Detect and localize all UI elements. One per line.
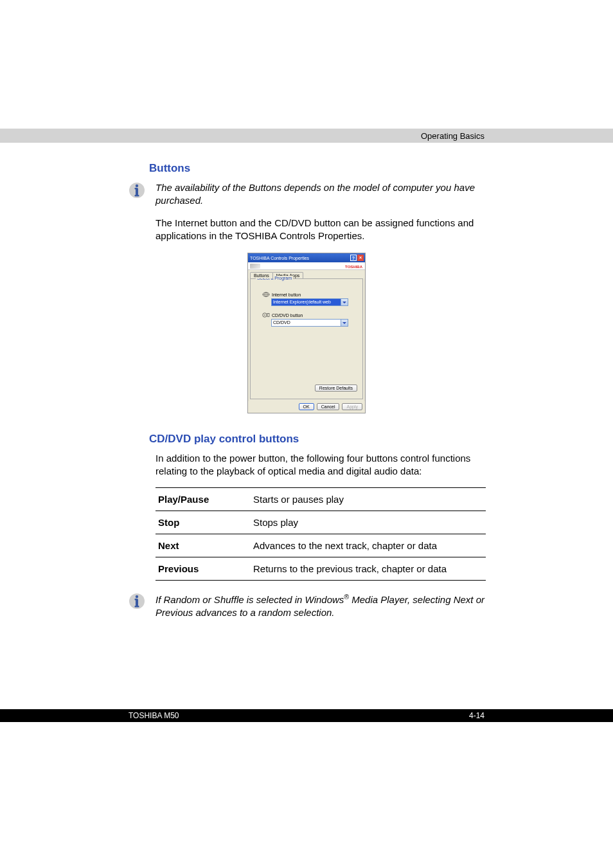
svg-rect-4 bbox=[135, 188, 138, 190]
page-footer: TOSHIBA M50 4-14 bbox=[0, 709, 613, 722]
table-row: Next Advances to the next track, chapter… bbox=[155, 534, 486, 557]
svg-rect-3 bbox=[135, 195, 139, 197]
button-desc: Returns to the previous track, chapter o… bbox=[251, 557, 486, 580]
footer-model: TOSHIBA M50 bbox=[129, 711, 179, 720]
cddvd-body: In addition to the power button, the fol… bbox=[155, 452, 486, 478]
button-desc: Stops play bbox=[251, 511, 486, 534]
button-name: Stop bbox=[155, 511, 251, 534]
table-row: Stop Stops play bbox=[155, 511, 486, 534]
registered-mark: ® bbox=[344, 593, 349, 601]
svg-rect-15 bbox=[135, 599, 138, 601]
dialog-screenshot: TOSHIBA Controls Properties ? × TOSHIBA … bbox=[247, 253, 366, 413]
note-buttons-text: The availability of the Buttons depends … bbox=[155, 181, 486, 208]
internet-button-label: Internet button bbox=[272, 293, 301, 297]
header-section: Operating Basics bbox=[421, 131, 484, 141]
svg-rect-14 bbox=[135, 606, 139, 608]
apply-button[interactable]: Apply bbox=[342, 403, 362, 410]
footer-page: 4-14 bbox=[469, 711, 484, 720]
svg-rect-10 bbox=[267, 314, 269, 317]
svg-point-9 bbox=[264, 314, 265, 316]
chevron-down-icon[interactable] bbox=[341, 319, 348, 327]
button-name: Previous bbox=[155, 557, 251, 580]
table-row: Previous Returns to the previous track, … bbox=[155, 557, 486, 580]
button-desc: Advances to the next track, chapter or d… bbox=[251, 534, 486, 557]
button-name: Play/Pause bbox=[155, 487, 251, 511]
help-icon[interactable]: ? bbox=[350, 255, 357, 261]
cancel-button[interactable]: Cancel bbox=[317, 403, 340, 410]
button-name: Next bbox=[155, 534, 251, 557]
dialog-pane: Select a Program Internet button Interne… bbox=[250, 278, 363, 399]
buttons-table: Play/Pause Starts or pauses play Stop St… bbox=[155, 487, 486, 581]
svg-rect-2 bbox=[136, 188, 138, 195]
section-buttons-title: Buttons bbox=[149, 162, 486, 175]
note-shuffle: If Random or Shuffle is selected in Wind… bbox=[127, 592, 486, 620]
cddvd-button-value: CD/DVD bbox=[271, 319, 341, 327]
note-buttons: The availability of the Buttons depends … bbox=[127, 181, 486, 208]
cddvd-button-select[interactable]: CD/DVD bbox=[271, 319, 348, 327]
cd-icon bbox=[262, 312, 270, 318]
note-shuffle-a: If Random or Shuffle is selected in Wind… bbox=[155, 594, 344, 605]
svg-point-1 bbox=[136, 185, 138, 187]
ok-button[interactable]: OK bbox=[299, 403, 314, 410]
table-row: Play/Pause Starts or pauses play bbox=[155, 487, 486, 511]
restore-defaults-button[interactable]: Restore Defaults bbox=[315, 384, 357, 392]
tab-buttons[interactable]: Buttons bbox=[250, 272, 273, 278]
dialog-brand: TOSHIBA bbox=[248, 262, 365, 270]
page-header: Operating Basics bbox=[0, 129, 613, 143]
note-shuffle-text: If Random or Shuffle is selected in Wind… bbox=[155, 592, 486, 620]
internet-button-select[interactable]: Internet Explorer(default web browser) bbox=[271, 298, 348, 306]
info-icon bbox=[127, 592, 147, 610]
section-cddvd-title: CD/DVD play control buttons bbox=[149, 433, 486, 446]
dialog-title: TOSHIBA Controls Properties bbox=[250, 256, 309, 260]
close-icon[interactable]: × bbox=[357, 255, 364, 261]
chevron-down-icon[interactable] bbox=[341, 298, 348, 306]
internet-button-value: Internet Explorer(default web browser) bbox=[271, 298, 341, 306]
cddvd-button-label: CD/DVD button bbox=[272, 313, 303, 318]
button-desc: Starts or pauses play bbox=[251, 487, 486, 511]
svg-point-12 bbox=[136, 595, 138, 597]
info-icon bbox=[127, 181, 147, 199]
buttons-body: The Internet button and the CD/DVD butto… bbox=[155, 217, 486, 243]
svg-rect-13 bbox=[136, 599, 138, 606]
internet-icon bbox=[262, 292, 270, 297]
dialog-titlebar: TOSHIBA Controls Properties ? × bbox=[248, 253, 365, 262]
